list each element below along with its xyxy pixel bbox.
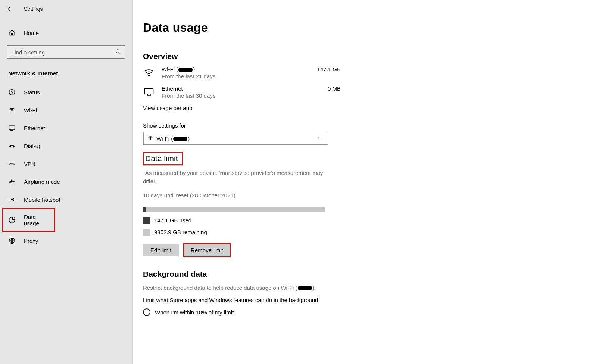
nav-item-label: Status [24,89,40,95]
back-icon[interactable] [7,6,13,12]
legend-used: 147.1 GB used [143,217,341,224]
overview-wifi-text: Wi-Fi () From the last 21 days [162,66,308,79]
overview-ethernet-text: Ethernet From the last 30 days [162,85,308,99]
radio-icon [143,308,150,316]
nav-status[interactable]: Status [0,83,132,101]
nav-airplane[interactable]: Airplane mode [0,173,132,191]
data-limit-buttons: Edit limit Remove limit [143,244,341,256]
radio-label: When I'm within 10% of my limit [155,309,234,316]
sidebar-category: Network & Internet [0,59,132,83]
svg-point-7 [13,163,15,164]
svg-point-2 [12,112,12,112]
window-title: Settings [24,6,43,12]
data-limit-progress-fill [143,207,146,212]
wifi-icon [147,135,153,142]
nav-vpn[interactable]: VPN [0,155,132,173]
overview-ethernet-name: Ethernet [162,85,308,92]
data-limit-progress [143,207,325,212]
svg-point-4 [10,146,11,147]
overview-ethernet-sub: From the last 30 days [162,92,308,99]
svg-point-0 [116,50,119,53]
background-data-heading: Background data [143,270,341,279]
background-data-desc-post: ). [312,285,316,291]
search-input[interactable] [7,46,111,58]
search-container [0,40,132,59]
chevron-down-icon [317,135,322,142]
svg-rect-3 [9,126,15,129]
nav-data-usage[interactable]: Data usage [2,208,54,232]
overview-wifi-row[interactable]: Wi-Fi () From the last 21 days 147.1 GB [143,66,341,79]
legend-used-label: 147.1 GB used [154,217,191,223]
dropdown-value-post: ) [188,135,190,142]
search-box[interactable] [7,46,125,59]
nav-item-label: Dial-up [24,143,42,149]
nav-dialup[interactable]: Dial-up [0,137,132,155]
legend-remaining-label: 9852.9 GB remaining [154,229,207,235]
nav-item-label: Proxy [24,238,38,244]
data-usage-icon [8,216,16,224]
nav-wifi[interactable]: Wi-Fi [0,101,132,119]
dropdown-value-pre: Wi-Fi ( [156,135,173,142]
nav-hotspot[interactable]: Mobile hotspot [0,191,132,208]
svg-point-10 [148,75,149,76]
ethernet-icon [8,124,16,132]
overview-wifi-name-pre: Wi-Fi ( [162,66,178,72]
hotspot-icon [8,196,16,203]
swatch-used [143,217,150,224]
svg-point-6 [9,163,10,164]
redacted-ssid [178,68,193,72]
nav-home-label: Home [24,30,39,36]
edit-limit-button[interactable]: Edit limit [143,244,179,256]
proxy-icon [8,237,16,244]
swatch-remaining [143,229,150,236]
view-usage-per-app-link[interactable]: View usage per app [143,105,341,111]
airplane-icon [8,178,16,185]
svg-point-12 [150,139,151,140]
nav-item-label: VPN [24,161,35,167]
page-title: Data usage [143,21,341,35]
overview-wifi-value: 147.1 GB [315,66,341,72]
dialup-icon [8,142,16,150]
sidebar-header: Settings [0,3,132,15]
vpn-icon [8,160,16,167]
nav-item-label: Data usage [24,214,47,226]
wifi-icon [143,67,155,79]
remove-limit-button[interactable]: Remove limit [184,244,230,256]
wifi-icon [8,106,16,114]
overview-wifi-sub: From the last 21 days [162,73,308,79]
nav-item-label: Airplane mode [24,179,60,185]
show-settings-label: Show settings for [143,122,341,129]
home-icon [8,29,16,37]
data-limit-reset: 10 days until reset (28 October 2021) [143,192,341,198]
nav-home[interactable]: Home [0,25,132,40]
radio-within-10[interactable]: When I'm within 10% of my limit [143,308,341,316]
nav-item-label: Wi-Fi [24,107,37,113]
data-limit-heading-highlight: Data limit [143,152,183,165]
svg-point-8 [11,199,12,200]
ethernet-icon [143,86,155,98]
legend-remaining: 9852.9 GB remaining [143,229,341,236]
data-limit-heading: Data limit [145,154,178,163]
background-data-sub: Limit what Store apps and Windows featur… [143,297,341,303]
nav-item-label: Ethernet [24,125,45,131]
svg-point-5 [13,146,14,147]
data-limit-note: *As measured by your device. Your servic… [143,169,328,185]
status-icon [8,88,16,96]
search-icon [115,49,121,56]
redacted-ssid [298,286,312,290]
main-content: Data usage Overview Wi-Fi () From the la… [133,0,589,364]
background-data-desc-pre: Restrict background data to help reduce … [143,285,297,291]
redacted-ssid [173,137,187,141]
nav-item-label: Mobile hotspot [24,197,60,203]
nav-proxy[interactable]: Proxy [0,232,132,250]
network-dropdown[interactable]: Wi-Fi () [143,132,328,145]
overview-heading: Overview [143,52,341,61]
overview-wifi-name-post: ) [193,66,195,72]
overview-ethernet-value: 0 MB [315,85,341,92]
svg-rect-11 [145,88,153,94]
nav-ethernet[interactable]: Ethernet [0,119,132,137]
sidebar: Settings Home Network & Internet Status … [0,0,133,364]
overview-ethernet-row[interactable]: Ethernet From the last 30 days 0 MB [143,85,341,99]
